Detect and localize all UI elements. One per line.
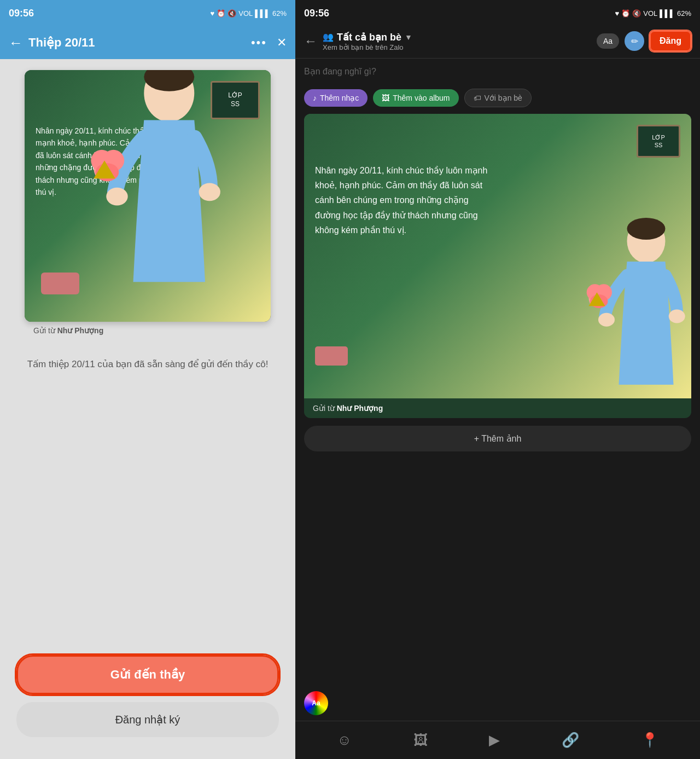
compose-placeholder: Bạn đang nghĩ gì? <box>304 67 376 76</box>
svg-point-10 <box>598 313 615 327</box>
left-card-inner: LỚP SS Nhân ngày 20/11, kính chúc thầy l… <box>25 70 271 322</box>
sound-icon: 🔇 <box>228 9 236 18</box>
right-header-center: 👥 Tất cả bạn bè ▼ Xem bởi bạn bè trên Za… <box>323 31 412 51</box>
post-button[interactable]: Đăng <box>650 31 691 51</box>
left-card-sender: Gửi từ Như Phượng <box>33 326 103 335</box>
post-diary-button[interactable]: Đăng nhật ký <box>16 702 279 737</box>
right-sound-icon: 🔇 <box>632 9 641 18</box>
with-friends-label: Với bạn bè <box>485 94 522 102</box>
photo-button[interactable]: 🖼 <box>413 732 428 749</box>
add-album-tag[interactable]: 🖼 Thêm vào album <box>373 89 458 107</box>
left-page-title: Thiệp 20/11 <box>28 36 95 50</box>
right-tags-row: ♪ Thêm nhạc 🖼 Thêm vào album 🏷 Với bạn b… <box>295 84 700 114</box>
right-wifi-icon: VOL <box>643 9 657 18</box>
right-header: ← 👥 Tất cả bạn bè ▼ Xem bởi bạn bè trên … <box>295 26 700 59</box>
svg-point-11 <box>669 310 685 323</box>
pencil-edit-button[interactable]: ✏ <box>625 31 644 51</box>
svg-point-2 <box>106 188 127 206</box>
teacher-illustration <box>25 70 265 300</box>
alarm-icon: ⏰ <box>217 9 225 18</box>
right-card-sender-row: Gửi từ Như Phượng <box>304 398 691 418</box>
right-back-button[interactable]: ← <box>304 33 317 49</box>
music-icon: ♪ <box>313 94 317 102</box>
right-statusbar: 09:56 ♥ ⏰ 🔇 VOL ▌▌▌ 62% <box>295 0 700 26</box>
audience-icon: 👥 <box>323 32 334 42</box>
left-panel: 09:56 ♥ ⏰ 🔇 VOL ▌▌▌ 62% ← Thiệp 20/11 ••… <box>0 0 295 759</box>
right-status-icons: ♥ ⏰ 🔇 VOL ▌▌▌ 62% <box>615 9 691 18</box>
add-music-tag[interactable]: ♪ Thêm nhạc <box>304 89 368 107</box>
emoji-button[interactable]: ☺ <box>337 732 352 749</box>
heart-icon: ♥ <box>211 9 215 18</box>
right-time: 09:56 <box>304 8 329 19</box>
aa-label: Aa <box>312 699 320 707</box>
svg-point-3 <box>199 183 220 201</box>
video-button[interactable]: ▶ <box>489 732 500 749</box>
link-button[interactable]: 🔗 <box>562 732 579 749</box>
left-close-button[interactable]: ✕ <box>277 36 287 50</box>
left-statusbar: 09:56 ♥ ⏰ 🔇 VOL ▌▌▌ 62% <box>0 0 295 26</box>
right-signal-icon: ▌▌▌ <box>660 9 675 18</box>
add-photo-button[interactable]: + Thêm ảnh <box>304 426 691 451</box>
left-header: ← Thiệp 20/11 ••• ✕ <box>0 26 295 59</box>
left-more-button[interactable]: ••• <box>251 36 267 50</box>
battery-icon: 62% <box>272 9 287 18</box>
right-spacer <box>295 459 700 686</box>
album-icon: 🖼 <box>382 94 389 102</box>
right-bottom-bar: ☺ 🖼 ▶ 🔗 📍 <box>295 721 700 759</box>
left-header-left: ← Thiệp 20/11 <box>9 34 95 51</box>
right-heart-icon: ♥ <box>615 9 620 18</box>
left-content: LỚP SS Nhân ngày 20/11, kính chúc thầy l… <box>0 59 295 644</box>
svg-point-9 <box>627 218 666 240</box>
right-card-image-inner: LỚP SS Nhân ngày 20/11, kính chúc thầy l… <box>304 114 691 398</box>
right-panel: 09:56 ♥ ⏰ 🔇 VOL ▌▌▌ 62% ← 👥 Tất cả bạn b… <box>295 0 700 759</box>
left-time: 09:56 <box>9 8 34 19</box>
add-album-label: Thêm vào album <box>393 94 450 102</box>
right-header-left: ← 👥 Tất cả bạn bè ▼ Xem bởi bạn bè trên … <box>304 31 412 51</box>
left-back-button[interactable]: ← <box>9 34 23 51</box>
right-title-row: 👥 Tất cả bạn bè ▼ <box>323 31 412 43</box>
right-chalkboard-text: LỚP SS <box>652 134 664 149</box>
left-gift-item <box>41 273 79 294</box>
right-header-subtitle: Xem bởi bạn bè trên Zalo <box>323 43 412 51</box>
right-image-card: ✏ Sửa ảnh ✕ LỚP SS Nhân ngày 20/11, kính… <box>304 114 691 418</box>
right-page-title: Tất cả bạn bè <box>337 31 401 43</box>
with-friends-tag[interactable]: 🏷 Với bạn bè <box>464 89 532 107</box>
send-to-teacher-button[interactable]: Gửi đến thầy <box>16 655 279 694</box>
right-avatar-row: Aa <box>295 686 700 721</box>
left-card-subtitle: Tấm thiệp 20/11 của bạn đã sẵn sàng để g… <box>27 357 269 372</box>
add-music-label: Thêm nhạc <box>320 94 359 102</box>
left-bottom-buttons: Gửi đến thầy Đăng nhật ký <box>0 644 295 759</box>
aa-button[interactable]: Aa <box>597 33 619 49</box>
user-avatar: Aa <box>304 691 328 715</box>
right-header-right: Aa ✏ Đăng <box>597 31 691 51</box>
location-button[interactable]: 📍 <box>641 732 658 749</box>
right-compose-area[interactable]: Bạn đang nghĩ gì? <box>295 59 700 84</box>
chevron-down-icon[interactable]: ▼ <box>405 33 412 42</box>
right-chalkboard: LỚP SS <box>637 125 680 158</box>
right-teacher-illustration <box>565 207 686 398</box>
signal-icon: ▌▌▌ <box>255 9 270 18</box>
right-alarm-icon: ⏰ <box>621 9 630 18</box>
right-gift-item <box>315 346 348 366</box>
tag-icon: 🏷 <box>474 94 481 102</box>
right-battery-label: 62% <box>677 9 691 18</box>
left-status-icons: ♥ ⏰ 🔇 VOL ▌▌▌ 62% <box>211 9 287 18</box>
left-header-right: ••• ✕ <box>251 36 287 50</box>
left-card-image: LỚP SS Nhân ngày 20/11, kính chúc thầy l… <box>25 70 271 322</box>
wifi-icon: VOL <box>238 9 253 18</box>
right-card-text: Nhân ngày 20/11, kính chúc thầy luôn mạn… <box>315 163 490 237</box>
